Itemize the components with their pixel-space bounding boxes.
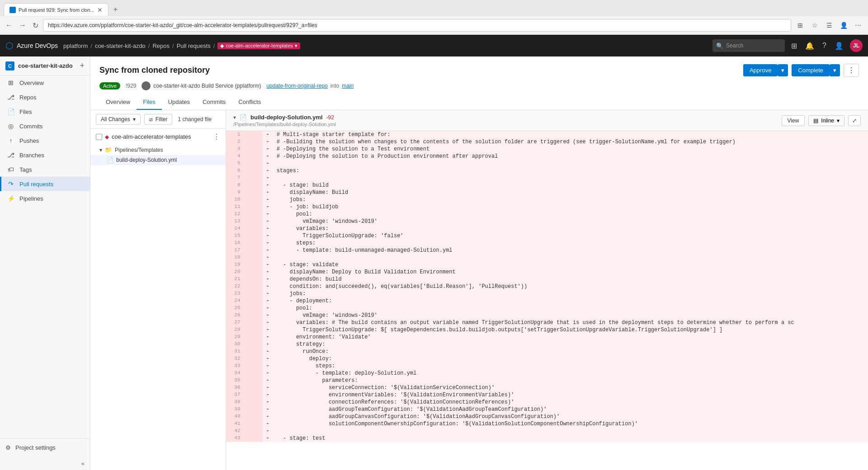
line-number-left: 6 bbox=[226, 167, 244, 174]
diff-sign: - bbox=[262, 254, 273, 261]
line-number-right bbox=[244, 413, 262, 420]
branch-from-link[interactable]: update-from-original-repo bbox=[266, 83, 327, 89]
diff-code: runOnce: bbox=[273, 348, 868, 355]
diff-sign: - bbox=[262, 384, 273, 391]
view-button[interactable]: View bbox=[782, 115, 805, 126]
table-row: 40 - aadGroupCanvasConfiguration: '$(Val… bbox=[226, 413, 868, 420]
diff-sign: - bbox=[262, 428, 273, 435]
grid-icon[interactable]: ⊞ bbox=[789, 40, 799, 52]
approve-dropdown-button[interactable]: ▾ bbox=[778, 64, 788, 76]
table-row: 11 - - job: buildjob bbox=[226, 203, 868, 211]
diff-code: - deployment: bbox=[273, 297, 868, 305]
all-changes-dropdown[interactable]: All Changes ▾ bbox=[96, 114, 141, 125]
tab-updates[interactable]: Updates bbox=[162, 95, 196, 110]
sidebar-item-pullrequests[interactable]: ↷ Pull requests bbox=[0, 177, 90, 191]
root-checkbox[interactable] bbox=[96, 134, 102, 140]
bell-icon[interactable]: 🔔 bbox=[803, 40, 816, 52]
all-changes-label: All Changes bbox=[101, 116, 130, 122]
profile-icon[interactable]: 👤 bbox=[837, 19, 850, 32]
diff-sign: - bbox=[262, 355, 273, 362]
sidebar-item-tags[interactable]: 🏷 Tags bbox=[0, 162, 90, 177]
sidebar-item-label-tags: Tags bbox=[19, 166, 32, 173]
inline-toggle-button[interactable]: ▤ Inline ▾ bbox=[808, 115, 844, 126]
sidebar-bottom: ⚙ Project settings « bbox=[0, 438, 90, 470]
search-box[interactable]: 🔍 bbox=[712, 39, 785, 52]
breadcrumb-section[interactable]: Repos bbox=[152, 42, 170, 49]
line-number-right bbox=[244, 384, 262, 391]
line-number-left: 20 bbox=[226, 268, 244, 276]
settings-browser-icon[interactable]: ⋯ bbox=[852, 19, 864, 32]
tab-conflicts[interactable]: Conflicts bbox=[232, 95, 267, 110]
complete-button[interactable]: Complete bbox=[792, 64, 830, 76]
breadcrumb-project[interactable]: coe-starter-kit-azdo bbox=[95, 42, 146, 49]
line-number-right bbox=[244, 370, 262, 377]
sidebar-item-pushes[interactable]: ↑ Pushes bbox=[0, 133, 90, 148]
sidebar-item-overview[interactable]: ⊞ Overview bbox=[0, 75, 90, 90]
diff-sign: - bbox=[262, 196, 273, 203]
close-tab-button[interactable]: ✕ bbox=[97, 6, 103, 14]
table-row: 33 - steps: bbox=[226, 362, 868, 370]
branch-to-link[interactable]: main bbox=[342, 83, 354, 89]
project-settings-link[interactable]: ⚙ Project settings bbox=[0, 439, 90, 456]
table-row: 34 - - template: deploy-Solution.yml bbox=[226, 370, 868, 377]
file-item[interactable]: 📄 build-deploy-Solution.yml bbox=[90, 155, 226, 165]
refresh-button[interactable]: ↻ bbox=[31, 19, 40, 32]
table-row: 15 - TriggerSolutionUpgrade: 'false' bbox=[226, 232, 868, 240]
diff-code: - template: build-unmanaged-managed-Solu… bbox=[273, 247, 868, 254]
repo-dropdown-icon[interactable]: ▾ bbox=[295, 43, 297, 49]
tab-commits[interactable]: Commits bbox=[196, 95, 232, 110]
help-icon[interactable]: ? bbox=[821, 40, 828, 52]
complete-dropdown-button[interactable]: ▾ bbox=[830, 64, 840, 76]
diff-code: variables: # The build contains an outpu… bbox=[273, 319, 868, 326]
collapse-diff-button[interactable]: ▾ bbox=[233, 114, 236, 121]
table-row: 13 - vmImage: 'windows-2019' bbox=[226, 218, 868, 225]
sidebar-item-repos[interactable]: ⎇ Repos bbox=[0, 90, 90, 104]
repo-badge[interactable]: ◆ coe-alm-accelerator-templates ▾ bbox=[217, 42, 300, 49]
browser-tab[interactable]: Pull request 929: Sync from clon... ✕ bbox=[4, 3, 108, 16]
address-bar[interactable] bbox=[43, 19, 791, 32]
more-options-button[interactable]: ⋮ bbox=[844, 64, 859, 77]
diff-code: - stage: validate bbox=[273, 261, 868, 268]
sidebar-item-commits[interactable]: ◎ Commits bbox=[0, 119, 90, 133]
table-row: 4 - # -Deploying the solution to a Produ… bbox=[226, 153, 868, 160]
line-number-left: 24 bbox=[226, 297, 244, 305]
new-tab-button[interactable]: + bbox=[110, 4, 121, 15]
line-number-left: 33 bbox=[226, 362, 244, 370]
sidebar-item-pipelines[interactable]: ⚡ Pipelines bbox=[0, 191, 90, 206]
search-input[interactable] bbox=[726, 42, 780, 49]
breadcrumb-org[interactable]: pplatform bbox=[63, 42, 88, 49]
table-row: 27 - variables: # The build contains an … bbox=[226, 319, 868, 326]
sidebar-item-label-pushes: Pushes bbox=[19, 137, 39, 144]
breadcrumb-subsection[interactable]: Pull requests bbox=[177, 42, 211, 49]
sidebar-item-branches[interactable]: ⎇ Branches bbox=[0, 148, 90, 162]
search-icon: 🔍 bbox=[716, 42, 723, 49]
line-number-left: 17 bbox=[226, 247, 244, 254]
sidebar-item-files[interactable]: 📄 Files bbox=[0, 104, 90, 119]
collections-icon[interactable]: ☰ bbox=[823, 19, 835, 32]
org-add-button[interactable]: + bbox=[80, 61, 85, 70]
diff-code: TriggerSolutionUpgrade: $[ stageDependen… bbox=[273, 326, 868, 334]
person-icon[interactable]: 👤 bbox=[833, 40, 845, 52]
avatar[interactable]: JL bbox=[850, 39, 863, 52]
tree-more-button[interactable]: ⋮ bbox=[213, 132, 220, 141]
line-number-left: 4 bbox=[226, 153, 244, 160]
tab-files[interactable]: Files bbox=[137, 95, 161, 110]
favorites-icon[interactable]: ☆ bbox=[808, 19, 821, 32]
sidebar-item-label-overview: Overview bbox=[19, 80, 44, 86]
filter-icon: ⧄ bbox=[149, 116, 153, 122]
tab-overview[interactable]: Overview bbox=[99, 95, 137, 110]
forward-button[interactable]: → bbox=[17, 19, 28, 31]
line-number-left: 30 bbox=[226, 341, 244, 348]
extensions-icon[interactable]: ⊞ bbox=[794, 19, 807, 32]
line-number-left: 13 bbox=[226, 218, 244, 225]
breadcrumb: pplatform / coe-starter-kit-azdo / Repos… bbox=[63, 42, 707, 49]
sidebar-collapse-button[interactable]: « bbox=[0, 456, 90, 470]
line-number-right bbox=[244, 290, 262, 297]
diff-sign: - bbox=[262, 305, 273, 312]
folder-item[interactable]: ▾ 📁 Pipelines/Templates bbox=[90, 145, 226, 155]
fullscreen-button[interactable]: ⤢ bbox=[848, 115, 861, 126]
approve-button[interactable]: Approve bbox=[743, 64, 778, 76]
filter-button[interactable]: ⧄ Filter bbox=[144, 114, 173, 125]
back-button[interactable]: ← bbox=[4, 19, 14, 31]
diff-code bbox=[273, 174, 868, 182]
